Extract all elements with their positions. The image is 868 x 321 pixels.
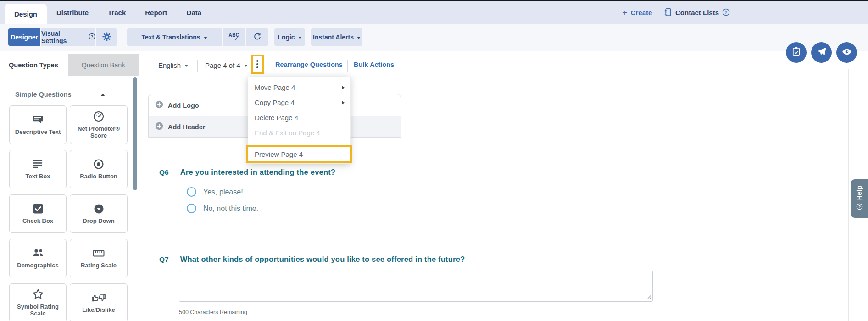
q7-answer-area bbox=[179, 271, 653, 302]
menu-item-delete-page-4[interactable]: Delete Page 4 bbox=[248, 110, 350, 125]
question-q7: Q7 What other kinds of opportunities wou… bbox=[159, 255, 465, 264]
page-options-menu: Move Page 4Copy Page 4Delete Page 4End &… bbox=[248, 77, 351, 164]
spellcheck-icon: ABC ✓ bbox=[229, 33, 239, 41]
nav-tab-distribute[interactable]: Distribute bbox=[47, 1, 98, 24]
contact-lists-button[interactable]: Contact Lists ? bbox=[663, 1, 730, 24]
divider bbox=[347, 60, 348, 72]
divider bbox=[269, 60, 269, 72]
designer-settings-group: Designer Visual Settings ? bbox=[8, 28, 117, 46]
q6-option-2[interactable]: No, not this time. bbox=[187, 204, 258, 213]
checkbox-icon bbox=[33, 203, 44, 215]
gauge-icon bbox=[93, 111, 105, 122]
question-text[interactable]: Are you interested in attending the even… bbox=[180, 168, 335, 177]
question-type-card-descriptive-text[interactable]: Descriptive Text bbox=[9, 105, 67, 144]
menu-item-preview-page-4-highlighted[interactable]: Preview Page 4 bbox=[246, 145, 352, 163]
logic-group: Logic bbox=[274, 28, 305, 46]
create-button[interactable]: + Create bbox=[622, 1, 652, 24]
radio-icon bbox=[93, 158, 104, 170]
panel-edge-divider bbox=[848, 69, 849, 321]
question-type-card-like-dislike[interactable]: Like/Dislike bbox=[70, 283, 128, 321]
text-lines-icon bbox=[33, 158, 43, 170]
question-number: Q7 bbox=[159, 255, 169, 264]
clipboard-check-icon bbox=[791, 46, 801, 59]
instant-alerts-button[interactable]: Instant Alerts bbox=[311, 28, 362, 46]
chevron-down-icon bbox=[357, 37, 361, 39]
question-q6: Q6 Are you interested in attending the e… bbox=[159, 168, 335, 177]
question-type-card-check-box[interactable]: Check Box bbox=[9, 194, 67, 233]
spell-check-button[interactable]: ABC ✓ bbox=[223, 28, 245, 46]
menu-item-copy-page-4[interactable]: Copy Page 4 bbox=[248, 95, 350, 110]
collapse-section-icon[interactable] bbox=[100, 94, 105, 96]
nav-tab-design[interactable]: Design bbox=[5, 4, 47, 24]
question-type-card-demographics[interactable]: Demographics bbox=[9, 239, 67, 277]
radio-circle-icon[interactable] bbox=[187, 187, 196, 197]
help-label: Help bbox=[856, 185, 863, 200]
svg-text:?: ? bbox=[858, 205, 860, 209]
question-type-card-text-box[interactable]: Text Box bbox=[9, 150, 67, 188]
translations-group: Text & Translations ABC ✓ bbox=[127, 28, 268, 46]
q7-answer-textarea[interactable] bbox=[179, 271, 653, 302]
simple-questions-heading: Simple Questions bbox=[15, 91, 71, 98]
chevron-down-icon bbox=[184, 65, 188, 67]
dropdown-icon bbox=[94, 203, 104, 215]
question-type-card-net-promoter-score[interactable]: Net Promoter® Score bbox=[70, 105, 128, 144]
language-selector[interactable]: English bbox=[158, 60, 188, 70]
question-text[interactable]: What other kinds of opportunities would … bbox=[180, 255, 465, 264]
settings-gear-button[interactable] bbox=[96, 28, 117, 46]
create-label: Create bbox=[631, 9, 652, 17]
nav-tab-track[interactable]: Track bbox=[98, 1, 135, 24]
bulk-actions-link[interactable]: Bulk Actions bbox=[354, 61, 394, 68]
characters-remaining-text: 500 Characters Remaining bbox=[179, 309, 247, 315]
find-replace-button[interactable] bbox=[246, 28, 268, 46]
question-type-card-rating-scale[interactable]: Rating Scale bbox=[70, 239, 128, 277]
divider bbox=[197, 60, 198, 72]
nav-tab-data[interactable]: Data bbox=[177, 1, 211, 24]
chevron-down-icon bbox=[204, 37, 207, 39]
logic-button[interactable]: Logic bbox=[274, 28, 305, 46]
speech-bubble-icon bbox=[32, 114, 44, 126]
tab-question-bank[interactable]: Question Bank bbox=[68, 54, 139, 76]
page-selector[interactable]: Page 4 of 4 bbox=[205, 60, 248, 70]
help-circle-icon: ? bbox=[89, 33, 95, 41]
help-circle-icon: ? bbox=[722, 8, 730, 17]
survey-designer-screen: DesignDistributeTrackReportData + Create… bbox=[0, 0, 868, 321]
people-icon bbox=[32, 247, 44, 259]
paper-plane-icon bbox=[817, 47, 827, 59]
top-navigation: DesignDistributeTrackReportData + Create… bbox=[0, 1, 868, 24]
thumbs-icon bbox=[91, 292, 106, 304]
radio-circle-icon[interactable] bbox=[187, 204, 196, 213]
q6-option-1[interactable]: Yes, please! bbox=[187, 187, 243, 197]
question-type-card-radio-button[interactable]: Radio Button bbox=[70, 150, 128, 188]
question-type-card-symbol-rating-scale[interactable]: Symbol Rating Scale bbox=[9, 283, 67, 321]
page-options-kebab-button[interactable] bbox=[251, 55, 264, 74]
submenu-arrow-icon bbox=[342, 101, 345, 105]
sidebar-scrollbar-thumb[interactable] bbox=[133, 77, 137, 190]
designer-button[interactable]: Designer bbox=[8, 28, 40, 46]
visual-settings-button[interactable]: Visual Settings ? bbox=[41, 28, 95, 46]
topnav-tabs: DesignDistributeTrackReportData bbox=[5, 1, 211, 24]
text-translations-button[interactable]: Text & Translations bbox=[127, 28, 222, 46]
nav-tab-report[interactable]: Report bbox=[135, 1, 177, 24]
menu-item-move-page-4[interactable]: Move Page 4 bbox=[248, 80, 350, 95]
svg-text:?: ? bbox=[91, 34, 93, 39]
circle-plus-icon bbox=[155, 100, 163, 110]
question-type-cards: Descriptive Text Net Promoter® Score Tex… bbox=[9, 105, 128, 321]
design-toolbar: Designer Visual Settings ? Text & Transl… bbox=[0, 24, 868, 51]
menu-item-end-exit-on-page-4: End & Exit on Page 4 bbox=[248, 125, 350, 140]
question-type-card-drop-down[interactable]: Drop Down bbox=[70, 194, 128, 233]
question-number: Q6 bbox=[159, 168, 169, 177]
build-survey-button[interactable] bbox=[786, 42, 807, 63]
question-types-sidebar: Question Types Question Bank Simple Ques… bbox=[0, 51, 139, 321]
rearrange-questions-link[interactable]: Rearrange Questions bbox=[275, 61, 343, 68]
distribute-survey-button[interactable] bbox=[811, 42, 832, 63]
submenu-arrow-icon bbox=[342, 86, 345, 89]
refresh-icon bbox=[253, 32, 262, 43]
help-tab[interactable]: Help ? bbox=[851, 179, 868, 218]
question-circle-icon: ? bbox=[856, 203, 863, 212]
gear-icon bbox=[102, 32, 111, 43]
chevron-down-icon bbox=[298, 37, 302, 39]
ruler-icon bbox=[93, 247, 105, 259]
circle-plus-icon bbox=[155, 122, 163, 132]
tab-question-types[interactable]: Question Types bbox=[0, 54, 68, 76]
preview-survey-button[interactable] bbox=[836, 42, 857, 63]
